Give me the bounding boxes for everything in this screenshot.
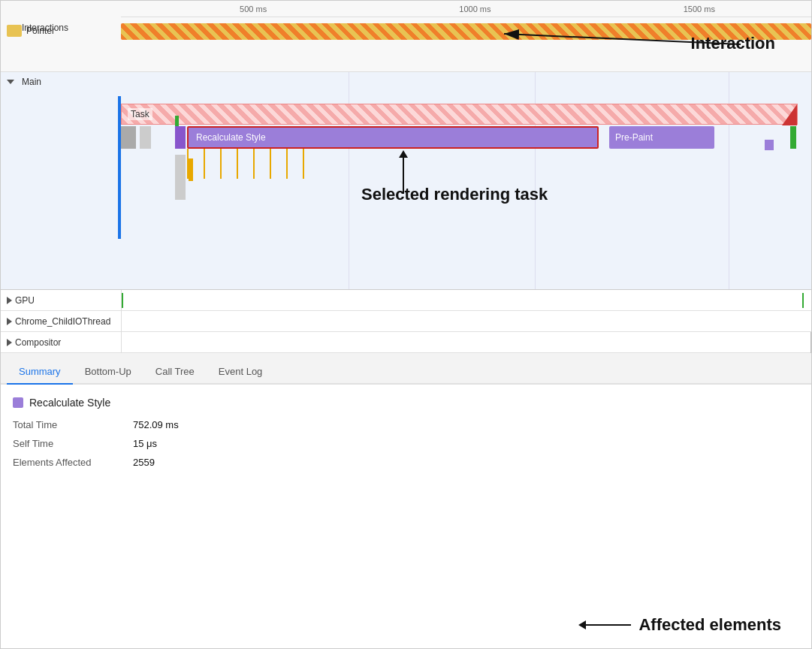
arrow-up-head — [399, 150, 408, 158]
total-time-value: 752.09 ms — [133, 419, 179, 430]
summary-title: Recalculate Style — [13, 397, 799, 409]
yellow-lines-group — [187, 149, 600, 186]
selected-rendering-annotation: Selected rendering task — [361, 185, 548, 204]
chrome-child-track-label: Chrome_ChildIOThread — [1, 316, 121, 327]
y-line-7 — [286, 149, 288, 179]
gpu-track-label: GPU — [1, 295, 121, 306]
affected-arrow-head — [578, 620, 586, 629]
y-line-5 — [253, 149, 255, 179]
tab-summary[interactable]: Summary — [7, 360, 73, 385]
interaction-annotation-label: Interaction — [691, 34, 775, 53]
ruler-mark-500: 500 ms — [240, 5, 267, 14]
elements-affected-value: 2559 — [133, 457, 155, 468]
left-small-gray-block — [175, 155, 186, 200]
self-time-label: Self Time — [13, 438, 133, 449]
chrome-child-label: Chrome_ChildIOThread — [15, 316, 110, 327]
chrome-child-track-row: Chrome_ChildIOThread — [1, 311, 811, 332]
small-gray-block-2 — [140, 126, 151, 149]
summary-panel: Recalculate Style Total Time 752.09 ms S… — [1, 385, 811, 649]
total-time-label: Total Time — [13, 419, 133, 430]
main-section: Main Task Recalculate Style Pre-Paint Se… — [1, 72, 811, 290]
pointer-color-indicator — [7, 25, 22, 37]
elements-affected-label: Elements Affected — [13, 457, 133, 468]
compositor-expand-icon[interactable] — [7, 339, 12, 346]
compositor-track-label: Compositor — [1, 337, 121, 348]
gpu-green-left — [122, 293, 123, 308]
interactions-section: 500 ms 1000 ms 1500 ms Interactions Poin… — [1, 1, 811, 72]
tab-event-log[interactable]: Event Log — [207, 360, 275, 385]
chrome-expand-icon[interactable] — [7, 318, 12, 325]
self-time-value: 15 μs — [133, 438, 157, 449]
tabs-bar: Summary Bottom-Up Call Tree Event Log — [1, 353, 811, 385]
gpu-expand-icon[interactable] — [7, 297, 12, 304]
small-purple-block — [175, 126, 186, 149]
y-line-6 — [270, 149, 271, 179]
pointer-label: Pointer — [26, 26, 55, 36]
gpu-green-right — [802, 293, 804, 308]
elements-affected-row: Elements Affected 2559 Affected elements — [13, 457, 799, 468]
y-line-4 — [237, 149, 238, 179]
compositor-timeline — [121, 332, 811, 353]
right-purple-block — [765, 140, 774, 150]
small-green-block — [175, 116, 179, 126]
affected-annotation-text: Affected elements — [638, 615, 781, 635]
task-label: Task — [128, 108, 152, 120]
compositor-track-row: Compositor — [1, 332, 811, 353]
task-bar[interactable]: Task — [121, 104, 798, 125]
prepaint-label: Pre-Paint — [615, 132, 653, 143]
gpu-track-row: GPU — [1, 290, 811, 311]
recalculate-color-icon — [13, 397, 23, 408]
left-orange-block — [189, 158, 193, 181]
summary-title-text: Recalculate Style — [29, 397, 110, 409]
small-gray-block-1 — [121, 126, 136, 149]
main-header: Main — [1, 72, 811, 92]
y-line-8 — [303, 149, 304, 179]
y-line-3 — [220, 149, 222, 179]
y-line-2 — [204, 149, 205, 179]
affected-arrow-line — [586, 624, 631, 626]
self-time-row: Self Time 15 μs — [13, 438, 799, 449]
gpu-timeline — [121, 290, 811, 311]
gpu-label: GPU — [15, 295, 35, 306]
tab-call-tree[interactable]: Call Tree — [143, 360, 207, 385]
chrome-child-timeline — [121, 311, 811, 332]
main-collapse-icon[interactable] — [7, 80, 14, 84]
ruler-mark-1500: 1500 ms — [684, 5, 715, 14]
right-green-block — [790, 126, 796, 149]
main-label: Main — [22, 77, 41, 87]
recalculate-label: Recalculate Style — [196, 132, 266, 143]
total-time-row: Total Time 752.09 ms — [13, 419, 799, 430]
tab-bottom-up[interactable]: Bottom-Up — [73, 360, 143, 385]
prepaint-bar[interactable]: Pre-Paint — [609, 126, 714, 149]
ruler-mark-1000: 1000 ms — [459, 5, 491, 14]
compositor-label: Compositor — [15, 337, 61, 348]
recalculate-style-bar[interactable]: Recalculate Style — [187, 126, 599, 149]
affected-arrow — [578, 620, 631, 629]
